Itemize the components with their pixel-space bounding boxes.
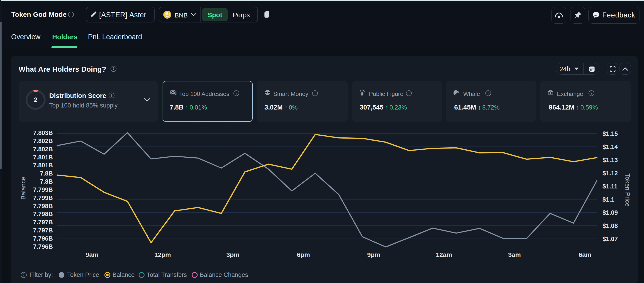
svg-text:$1.1: $1.1 [602,196,614,203]
svg-text:7.799B: 7.799B [33,194,53,201]
svg-text:$1.08: $1.08 [602,222,618,229]
svg-text:7.801B: 7.801B [33,162,53,169]
svg-text:$1.07: $1.07 [602,236,618,242]
svg-text:7.797B: 7.797B [33,219,53,226]
svg-text:7.802B: 7.802B [33,138,53,144]
svg-text:7.798B: 7.798B [33,203,53,210]
svg-text:7.796B: 7.796B [33,235,53,242]
svg-text:$1.13: $1.13 [602,157,618,164]
svg-text:$1.11: $1.11 [602,183,618,190]
svg-text:$1.14: $1.14 [602,144,618,150]
svg-text:7.8B: 7.8B [40,170,53,177]
svg-text:9pm: 9pm [367,251,380,258]
svg-text:Token Price: Token Price [624,174,631,206]
svg-text:6pm: 6pm [297,251,310,258]
svg-text:12am: 12am [436,251,452,258]
svg-text:7.803B: 7.803B [33,130,53,136]
svg-text:7.798B: 7.798B [33,211,53,218]
svg-text:6am: 6am [579,251,592,258]
svg-text:7.799B: 7.799B [33,186,53,193]
svg-text:$1.09: $1.09 [602,209,618,216]
svg-text:$1.15: $1.15 [602,130,618,137]
svg-text:12pm: 12pm [154,251,171,258]
svg-text:7.801B: 7.801B [33,154,53,161]
svg-text:9am: 9am [86,251,98,258]
svg-text:7.797B: 7.797B [33,227,53,234]
svg-text:7.8B: 7.8B [40,178,53,185]
svg-text:$1.12: $1.12 [602,170,618,177]
svg-text:7.796B: 7.796B [33,243,53,250]
svg-text:Balance: Balance [20,177,27,200]
svg-text:3pm: 3pm [226,251,240,258]
svg-text:3am: 3am [508,251,521,258]
svg-text:7.802B: 7.802B [33,146,53,152]
